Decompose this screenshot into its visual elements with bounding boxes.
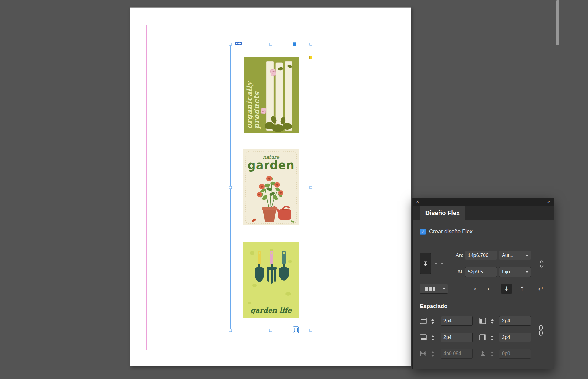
spacing-left-stepper[interactable] bbox=[490, 317, 495, 326]
spacing-left-icon bbox=[479, 318, 486, 324]
arrow-left-icon: ← bbox=[488, 285, 493, 292]
panel-titlebar: × « bbox=[413, 198, 554, 206]
wrap-return-button[interactable]: ↵ bbox=[536, 284, 545, 293]
handle-top-right[interactable] bbox=[310, 43, 312, 46]
height-mode-value: Fijo bbox=[499, 267, 523, 277]
panel-tab-row: Diseño Flex bbox=[413, 206, 554, 220]
direction-right-button[interactable]: → bbox=[468, 284, 479, 294]
vertical-gap-input bbox=[499, 349, 531, 359]
chevron-down-icon[interactable] bbox=[523, 251, 531, 260]
wrap-mode-dropdown[interactable] bbox=[420, 284, 448, 294]
application-workspace: organically products bbox=[0, 0, 588, 379]
horizontal-gap-icon bbox=[420, 350, 427, 356]
arrow-up-icon: ↑ bbox=[520, 285, 525, 292]
direction-down-button[interactable]: ↓ bbox=[501, 284, 512, 294]
tab-diseno-flex[interactable]: Diseño Flex bbox=[420, 206, 465, 220]
height-mode-dropdown[interactable]: Fijo bbox=[499, 267, 531, 277]
handle-bottom-left[interactable] bbox=[229, 329, 232, 332]
spacing-right-icon bbox=[479, 334, 486, 340]
create-flex-checkbox[interactable]: ✓ bbox=[420, 229, 426, 235]
vertical-gap-stepper bbox=[490, 349, 495, 359]
spacing-right-stepper[interactable] bbox=[490, 333, 495, 342]
spacing-top-stepper[interactable] bbox=[430, 317, 435, 326]
flex-proxy-widget[interactable] bbox=[420, 253, 431, 274]
height-label: Al: bbox=[449, 269, 463, 275]
frame-link-icon[interactable] bbox=[234, 41, 243, 47]
chevron-down-icon[interactable] bbox=[440, 284, 448, 293]
flex-layout-panel: × « Diseño Flex ✓ Crear diseño Flex An: … bbox=[412, 198, 554, 369]
document-page: organically products bbox=[130, 7, 411, 366]
spacing-top-icon bbox=[420, 318, 427, 324]
width-mode-value: Aut... bbox=[499, 251, 523, 260]
checkmark-icon: ✓ bbox=[421, 229, 425, 234]
handle-bottom-right[interactable] bbox=[310, 329, 312, 332]
direction-up-button[interactable]: ↑ bbox=[517, 284, 527, 294]
corner-editor-widget[interactable] bbox=[309, 56, 312, 59]
flex-container-badge-icon[interactable] bbox=[293, 326, 299, 334]
height-input[interactable] bbox=[465, 267, 497, 277]
width-label: An: bbox=[449, 252, 463, 258]
horizontal-gap-stepper bbox=[430, 349, 435, 359]
width-input[interactable] bbox=[465, 251, 497, 260]
spacing-top-input[interactable] bbox=[441, 316, 473, 326]
broken-link-icon[interactable] bbox=[537, 260, 545, 269]
selection-frame[interactable] bbox=[230, 44, 311, 330]
handle-bottom-center[interactable] bbox=[270, 329, 272, 332]
direction-left-button[interactable]: ← bbox=[485, 284, 495, 294]
spacing-left-input[interactable] bbox=[499, 316, 531, 326]
spacing-right-input[interactable] bbox=[499, 333, 531, 342]
handle-middle-left[interactable] bbox=[229, 186, 232, 189]
return-arrow-icon: ↵ bbox=[538, 285, 544, 293]
vertical-gap-icon bbox=[479, 350, 486, 356]
handle-top-solid[interactable] bbox=[293, 43, 296, 46]
handle-top-left[interactable] bbox=[229, 43, 232, 46]
chevron-down-icon[interactable] bbox=[523, 267, 531, 277]
proxy-dot bbox=[435, 263, 437, 264]
close-icon[interactable]: × bbox=[416, 199, 419, 204]
arrow-right-icon: → bbox=[471, 285, 476, 292]
handle-middle-right[interactable] bbox=[310, 186, 312, 189]
spacing-section-title: Espaciado bbox=[420, 303, 447, 310]
handle-top-center[interactable] bbox=[270, 43, 272, 46]
horizontal-gap-input bbox=[441, 349, 473, 359]
vertical-scrollbar-thumb[interactable] bbox=[556, 0, 559, 45]
proxy-dot bbox=[441, 263, 443, 264]
flow-down-icon bbox=[423, 260, 428, 267]
arrow-down-icon: ↓ bbox=[504, 285, 509, 292]
width-mode-dropdown[interactable]: Aut... bbox=[499, 251, 531, 260]
link-spacing-icon[interactable] bbox=[538, 325, 544, 337]
spacing-bottom-input[interactable] bbox=[441, 333, 473, 342]
spacing-bottom-icon bbox=[420, 334, 427, 340]
create-flex-label: Crear diseño Flex bbox=[429, 229, 473, 235]
collapse-panel-icon[interactable]: « bbox=[547, 199, 550, 204]
columns-icon bbox=[420, 284, 440, 293]
spacing-bottom-stepper[interactable] bbox=[430, 333, 435, 342]
